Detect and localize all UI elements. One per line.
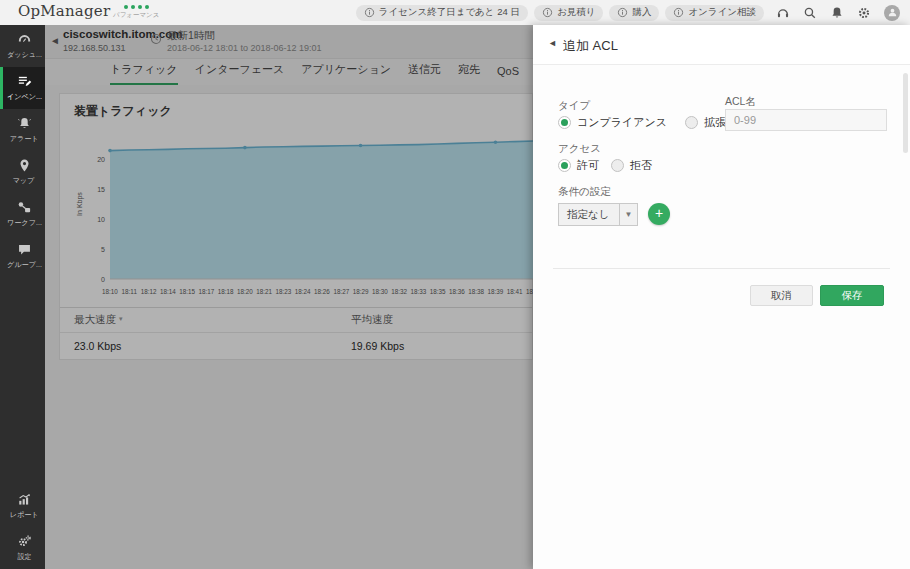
performance-label: パフォーマンス	[113, 11, 159, 20]
type-option-1[interactable]: 拡張	[685, 115, 726, 130]
sidebar-item-グループ[interactable]: グループ...	[0, 235, 45, 277]
sidebar: ダッシュ...インベン...アラートマップワークフ...グループ...レポート設…	[0, 25, 45, 569]
performance-dots	[113, 5, 159, 9]
condition-dropdown-value: 指定なし	[559, 208, 619, 222]
condition-label: 条件の設定	[558, 185, 611, 199]
chevron-down-icon: ▼	[619, 204, 637, 225]
user-avatar[interactable]	[884, 5, 900, 21]
radio-selected-icon[interactable]	[558, 159, 571, 172]
workflow-icon	[17, 200, 32, 215]
panel-back-icon[interactable]: ◄	[548, 38, 557, 48]
topbar-pills: ライセンス終了日まであと 24 日お見積り購入オンライン相談	[356, 5, 764, 21]
modal-backdrop	[45, 25, 533, 569]
topbar-pill-2[interactable]: 購入	[609, 5, 659, 21]
performance-dot	[124, 5, 128, 9]
topbar-pill-3[interactable]: オンライン相談	[665, 5, 764, 21]
access-option-1[interactable]: 拒否	[611, 158, 652, 173]
topbar-icons	[776, 5, 900, 21]
top-bar: OpManager パフォーマンス ライセンス終了日まであと 24 日お見積り購…	[0, 0, 910, 25]
group-chat-icon	[17, 242, 32, 257]
license-circle-icon	[364, 7, 375, 18]
condition-dropdown[interactable]: 指定なし ▼	[558, 203, 638, 226]
buy-circle-icon	[617, 7, 628, 18]
performance-dot	[145, 5, 149, 9]
access-radio-group: 許可拒否	[558, 158, 652, 173]
type-option-0[interactable]: コンプライアンス	[558, 115, 667, 130]
opmanager-app: OpManager パフォーマンス ライセンス終了日まであと 24 日お見積り購…	[0, 0, 910, 569]
performance-dot	[131, 5, 135, 9]
topbar-right-group: ライセンス終了日まであと 24 日お見積り購入オンライン相談	[356, 0, 900, 25]
access-option-0[interactable]: 許可	[558, 158, 599, 173]
panel-title: 追加 ACL	[563, 37, 618, 55]
radio-unselected-icon[interactable]	[611, 159, 624, 172]
sidebar-item-設定[interactable]: 設定	[0, 527, 45, 569]
type-radio-group: コンプライアンス拡張	[558, 115, 726, 130]
panel-header: ◄ 追加 ACL	[533, 25, 910, 65]
sidebar-item-マップ[interactable]: マップ	[0, 151, 45, 193]
radio-unselected-icon[interactable]	[685, 116, 698, 129]
inventory-icon	[17, 74, 32, 89]
settings-icon	[17, 534, 32, 549]
acl-name-label: ACL名	[725, 95, 756, 109]
access-label: アクセス	[558, 142, 601, 156]
add-acl-panel: ◄ 追加 ACL タイプ コンプライアンス拡張 ACL名 アクセス 許可拒否 条…	[533, 25, 910, 569]
sidebar-item-ワークフ[interactable]: ワークフ...	[0, 193, 45, 235]
radio-selected-icon[interactable]	[558, 116, 571, 129]
quote-circle-icon	[542, 7, 553, 18]
report-icon	[17, 492, 32, 507]
save-button[interactable]: 保存	[820, 285, 884, 306]
map-pin-icon	[17, 158, 32, 173]
gauge-icon	[17, 32, 32, 47]
opmanager-logo: OpManager	[18, 2, 110, 20]
panel-scrollbar-thumb[interactable]	[903, 73, 908, 153]
search-icon[interactable]	[803, 6, 817, 20]
topbar-pill-0[interactable]: ライセンス終了日まであと 24 日	[356, 5, 528, 21]
topbar-pill-1[interactable]: お見積り	[534, 5, 603, 21]
add-condition-button[interactable]: +	[648, 203, 670, 225]
sidebar-item-ダッシュ[interactable]: ダッシュ...	[0, 25, 45, 67]
performance-dot	[138, 5, 142, 9]
performance-widget: パフォーマンス	[113, 5, 159, 20]
sidebar-item-アラート[interactable]: アラート	[0, 109, 45, 151]
alert-icon	[17, 116, 32, 131]
sidebar-item-インベン[interactable]: インベン...	[0, 67, 45, 109]
gear-icon[interactable]	[857, 6, 871, 20]
cancel-button[interactable]: 取消	[750, 285, 813, 306]
bell-icon[interactable]	[830, 6, 844, 20]
chat-circle-icon	[673, 7, 684, 18]
type-label: タイプ	[558, 99, 590, 113]
headset-icon[interactable]	[776, 6, 790, 20]
acl-name-input[interactable]	[725, 109, 887, 131]
panel-divider	[553, 268, 890, 269]
sidebar-item-レポート[interactable]: レポート	[0, 485, 45, 527]
